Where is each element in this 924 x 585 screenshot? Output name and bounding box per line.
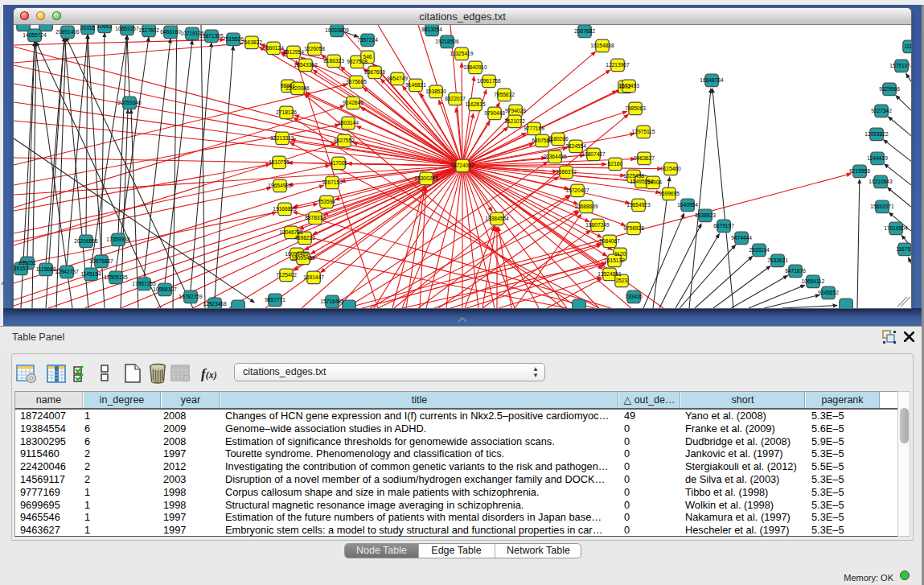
svg-text:3824554: 3824554 — [565, 143, 586, 149]
svg-text:19218506: 19218506 — [435, 39, 459, 44]
svg-text:2803144: 2803144 — [338, 120, 359, 126]
svg-text:10807487: 10807487 — [581, 151, 606, 157]
svg-text:1691447: 1691447 — [303, 274, 324, 280]
svg-text:12942737: 12942737 — [55, 269, 79, 274]
svg-text:16099489: 16099489 — [291, 255, 315, 261]
svg-text:9327508: 9327508 — [347, 59, 368, 64]
svg-text:1025438: 1025438 — [623, 173, 644, 179]
svg-text:6466160: 6466160 — [160, 29, 181, 35]
svg-text:13524851: 13524851 — [598, 271, 622, 277]
svg-text:9227342: 9227342 — [871, 108, 892, 113]
svg-text:10958107: 10958107 — [153, 286, 177, 292]
svg-text:20691406: 20691406 — [55, 29, 80, 35]
svg-text:12505135: 12505135 — [104, 274, 128, 280]
svg-text:9146821: 9146821 — [405, 82, 426, 88]
svg-text:9790448: 9790448 — [484, 110, 505, 116]
svg-text:17359938: 17359938 — [106, 237, 130, 242]
svg-text:12975115: 12975115 — [632, 129, 655, 134]
svg-text:8912954: 8912954 — [283, 49, 304, 55]
svg-text:8813054: 8813054 — [421, 27, 442, 32]
svg-text:8938923: 8938923 — [695, 212, 716, 218]
svg-text:19166825: 19166825 — [273, 206, 297, 212]
svg-text:18807249: 18807249 — [585, 222, 610, 228]
svg-text:16154838: 16154838 — [590, 43, 614, 48]
svg-text:16210643: 16210643 — [869, 179, 893, 184]
svg-text:7485063: 7485063 — [625, 105, 646, 111]
svg-text:1527602: 1527602 — [138, 27, 159, 33]
svg-text:8186323: 8186323 — [323, 58, 344, 64]
svg-text:16033809: 16033809 — [325, 27, 349, 33]
svg-text:7663822: 7663822 — [241, 39, 262, 45]
svg-text:15720407: 15720407 — [565, 187, 589, 193]
svg-text:9115460: 9115460 — [660, 166, 681, 171]
svg-text:1573493: 1573493 — [618, 83, 639, 89]
svg-text:15716485: 15716485 — [320, 299, 344, 304]
svg-text:20206556: 20206556 — [74, 238, 98, 244]
svg-text:1180266: 1180266 — [548, 136, 569, 142]
svg-text:8322037: 8322037 — [445, 96, 466, 101]
svg-text:3226058: 3226058 — [304, 46, 325, 51]
svg-text:1145194: 1145194 — [80, 271, 101, 277]
svg-text:154904: 154904 — [644, 179, 662, 185]
svg-text:18724007: 18724007 — [450, 163, 474, 168]
svg-text:1640954: 1640954 — [677, 202, 698, 208]
svg-text:12923468: 12923468 — [203, 301, 227, 307]
svg-text:16543362: 16543362 — [294, 62, 318, 68]
svg-text:835051: 835051 — [18, 260, 36, 266]
svg-text:15751074: 15751074 — [889, 63, 911, 68]
svg-text:20116: 20116 — [80, 25, 95, 31]
svg-text:3267150: 3267150 — [322, 179, 343, 185]
svg-text:9756928: 9756928 — [623, 225, 644, 231]
svg-text:7632621: 7632621 — [767, 257, 788, 263]
svg-text:15692071: 15692071 — [870, 204, 894, 209]
svg-text:16648784: 16648784 — [700, 77, 724, 83]
svg-text:2718126: 2718126 — [276, 109, 297, 115]
svg-text:1112: 1112 — [904, 43, 911, 49]
svg-text:1615132: 1615132 — [604, 257, 625, 263]
svg-text:9242845: 9242845 — [343, 100, 363, 105]
svg-text:39157: 39157 — [14, 266, 28, 271]
svg-text:10688609: 10688609 — [574, 204, 598, 209]
svg-text:9463627: 9463627 — [634, 155, 655, 161]
svg-text:20053346: 20053346 — [117, 100, 142, 105]
svg-text:8454749: 8454749 — [387, 76, 408, 81]
svg-text:3675685: 3675685 — [346, 79, 367, 84]
svg-text:2367608: 2367608 — [364, 69, 385, 75]
svg-text:9857771: 9857771 — [265, 297, 285, 303]
svg-text:19654923: 19654923 — [626, 202, 651, 208]
svg-text:733426: 733426 — [625, 294, 643, 299]
svg-text:7357224: 7357224 — [357, 37, 378, 43]
svg-text:20364436: 20364436 — [543, 154, 567, 159]
svg-text:19384554: 19384554 — [485, 216, 509, 221]
svg-text:10653: 10653 — [97, 25, 113, 29]
svg-text:4698222: 4698222 — [294, 235, 315, 241]
svg-text:22420046: 22420046 — [285, 85, 310, 91]
svg-text:9660124: 9660124 — [263, 45, 284, 51]
svg-text:10046788: 10046788 — [279, 229, 303, 235]
svg-text:8878313: 8878313 — [305, 215, 326, 220]
svg-text:1538520: 1538520 — [425, 89, 446, 94]
svg-text:7386372: 7386372 — [556, 169, 577, 175]
svg-text:18300295: 18300295 — [414, 175, 438, 181]
svg-text:1120: 1120 — [614, 251, 626, 257]
svg-text:1810755: 1810755 — [269, 159, 290, 165]
svg-text:62160: 62160 — [608, 161, 623, 167]
svg-text:1115688: 1115688 — [36, 266, 56, 272]
svg-text:16961758: 16961758 — [477, 78, 501, 84]
svg-text:12213319: 12213319 — [270, 135, 294, 141]
svg-text:9245652: 9245652 — [818, 290, 839, 295]
svg-text:10654112: 10654112 — [802, 278, 825, 284]
svg-text:546: 546 — [363, 54, 372, 60]
svg-text:417005: 417005 — [330, 160, 347, 166]
svg-text:17957255: 17957255 — [132, 281, 156, 286]
svg-text:6679197: 6679197 — [713, 223, 734, 229]
svg-text:16671355: 16671355 — [199, 33, 224, 39]
svg-text:1621072: 1621072 — [504, 118, 525, 124]
svg-text:9794028: 9794028 — [505, 108, 526, 113]
svg-text:18640910: 18640910 — [463, 64, 487, 70]
svg-text:2523: 2523 — [616, 278, 628, 283]
svg-text:1244419: 1244419 — [867, 155, 888, 161]
svg-text:8471676: 8471676 — [785, 268, 806, 274]
svg-text:17016504: 17016504 — [884, 225, 908, 231]
svg-text:12093822: 12093822 — [864, 131, 889, 137]
